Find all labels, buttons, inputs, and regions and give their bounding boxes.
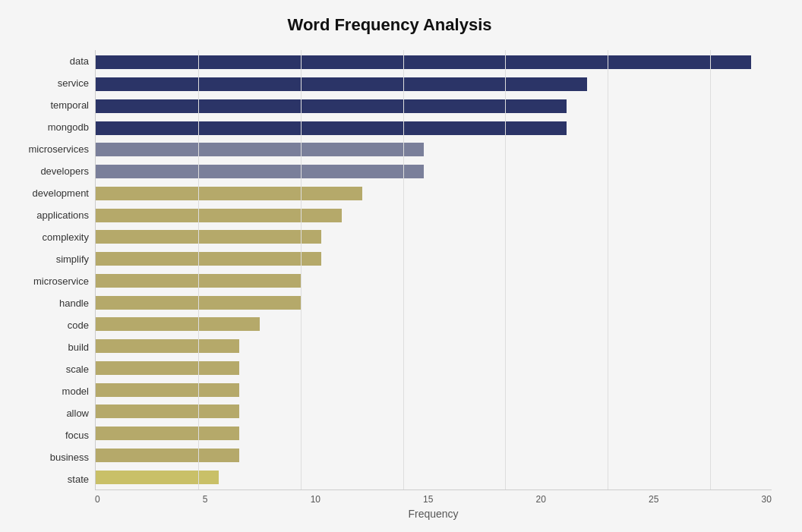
bar bbox=[96, 449, 239, 462]
bar-row bbox=[96, 228, 772, 245]
bar bbox=[96, 187, 362, 200]
y-label: development bbox=[33, 184, 89, 203]
bar bbox=[96, 55, 751, 69]
x-tick: 10 bbox=[311, 494, 320, 505]
chart-area: dataservicetemporalmongodbmicroservicesd… bbox=[8, 50, 772, 490]
bar bbox=[96, 274, 301, 288]
x-tick: 5 bbox=[203, 494, 208, 505]
bar bbox=[96, 121, 567, 135]
chart-title: Word Frequency Analysis bbox=[8, 15, 772, 35]
y-label: mongodb bbox=[48, 118, 89, 137]
bar-row bbox=[96, 120, 772, 137]
bar bbox=[96, 296, 301, 310]
bar bbox=[96, 361, 239, 375]
bar-row bbox=[96, 469, 772, 486]
bar-row bbox=[96, 316, 772, 332]
chart-container: Word Frequency Analysis dataservicetempo… bbox=[0, 0, 802, 532]
bar-row bbox=[96, 272, 772, 289]
bar-row bbox=[96, 338, 772, 354]
y-label: service bbox=[58, 74, 89, 93]
y-label: data bbox=[70, 52, 89, 71]
bar-row bbox=[96, 403, 772, 420]
bar bbox=[96, 317, 260, 331]
x-ticks: 051015202530 bbox=[95, 494, 772, 505]
bar bbox=[96, 405, 239, 418]
x-tick: 15 bbox=[423, 494, 433, 505]
y-label: microservice bbox=[33, 272, 89, 291]
x-axis-label: Frequency bbox=[8, 508, 772, 520]
bar-row bbox=[96, 98, 772, 115]
x-tick: 20 bbox=[536, 494, 546, 505]
x-tick: 0 bbox=[95, 494, 100, 505]
bar-row bbox=[96, 382, 772, 398]
y-label: model bbox=[62, 382, 89, 401]
y-label: scale bbox=[66, 360, 89, 379]
y-label: focus bbox=[65, 426, 89, 445]
bar-row bbox=[96, 163, 772, 180]
bar-row bbox=[96, 207, 772, 224]
bar-row bbox=[96, 447, 772, 464]
y-label: developers bbox=[40, 162, 89, 181]
plot-area bbox=[95, 50, 772, 490]
bar-row bbox=[96, 54, 772, 71]
bar-row bbox=[96, 250, 772, 267]
x-axis: 051015202530 bbox=[8, 494, 772, 505]
bar-row bbox=[96, 141, 772, 158]
y-label: business bbox=[50, 448, 89, 467]
bar bbox=[96, 252, 321, 266]
y-label: complexity bbox=[43, 228, 89, 247]
bar-row bbox=[96, 294, 772, 311]
bar bbox=[96, 230, 321, 244]
bar bbox=[96, 165, 424, 178]
y-label: code bbox=[68, 316, 89, 335]
bar-row bbox=[96, 425, 772, 442]
y-label: temporal bbox=[50, 96, 89, 115]
x-tick: 30 bbox=[762, 494, 772, 505]
y-label: applications bbox=[36, 206, 89, 225]
bar bbox=[96, 427, 239, 440]
bar bbox=[96, 143, 424, 156]
y-label: handle bbox=[59, 294, 89, 313]
bar-row bbox=[96, 360, 772, 376]
bars-wrapper bbox=[96, 50, 772, 490]
bar bbox=[96, 77, 587, 91]
bar bbox=[96, 383, 239, 397]
bar bbox=[96, 99, 567, 113]
bar bbox=[96, 471, 219, 484]
y-label: build bbox=[68, 338, 89, 357]
y-label: microservices bbox=[29, 140, 89, 159]
bar-row bbox=[96, 76, 772, 93]
bar bbox=[96, 209, 342, 222]
bar bbox=[96, 339, 239, 353]
bar-row bbox=[96, 185, 772, 202]
y-label: simplify bbox=[56, 250, 89, 269]
y-label: state bbox=[68, 470, 89, 490]
x-tick: 25 bbox=[649, 494, 658, 505]
y-label: allow bbox=[66, 404, 89, 423]
y-axis: dataservicetemporalmongodbmicroservicesd… bbox=[8, 50, 95, 490]
